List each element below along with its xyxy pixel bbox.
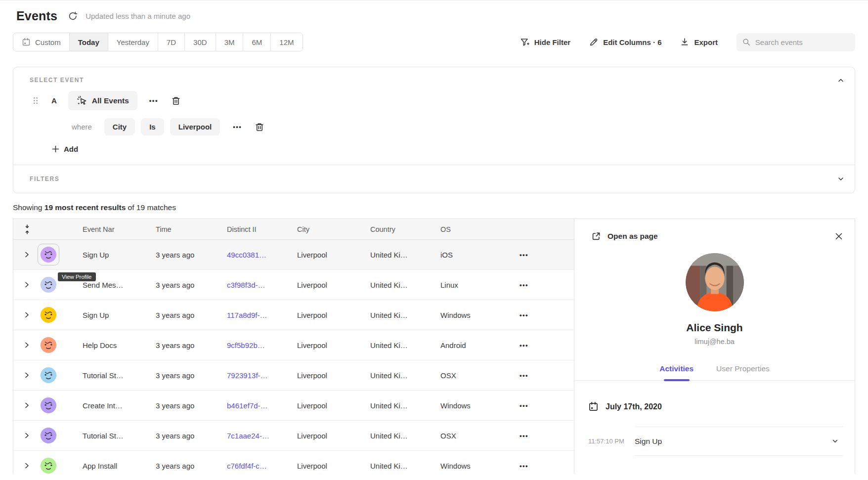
search-events-box: [737, 33, 855, 51]
export-button[interactable]: Export: [680, 38, 718, 46]
row-more-menu[interactable]: •••: [518, 460, 530, 472]
table-header-row: Event Nar Time Distinct II City Country …: [13, 219, 574, 240]
date-tab-custom[interactable]: Custom: [13, 33, 70, 51]
row-expand-button[interactable]: [13, 300, 40, 330]
close-panel-button[interactable]: [835, 232, 843, 240]
filter-icon: [520, 38, 529, 47]
date-tab-3m[interactable]: 3M: [216, 33, 244, 51]
table-row[interactable]: Sign Up 3 years ago 117a8d9f-… Liverpool…: [13, 300, 574, 330]
row-more-menu[interactable]: •••: [518, 279, 530, 291]
header-os[interactable]: OS: [439, 225, 504, 233]
header-distinct-id[interactable]: Distinct II: [226, 225, 296, 233]
user-avatar[interactable]: [40, 457, 57, 474]
date-tab-yesterday[interactable]: Yesterday: [108, 33, 158, 51]
row-expand-button[interactable]: [13, 330, 40, 360]
table-row[interactable]: Tutorial St… 3 years ago 7c1aae24-… Live…: [13, 421, 574, 451]
user-avatar[interactable]: [40, 337, 57, 353]
date-tab-30d[interactable]: 30D: [185, 33, 216, 51]
date-tab-12m[interactable]: 12M: [271, 33, 302, 51]
header-city[interactable]: City: [296, 225, 369, 233]
collapse-panel-button[interactable]: [837, 76, 845, 84]
filters-bar[interactable]: FILTERS: [13, 165, 855, 193]
tab-activities[interactable]: Activities: [659, 364, 694, 373]
drag-handle-icon[interactable]: [33, 97, 38, 104]
chevron-right-icon: [24, 462, 30, 469]
calendar-icon: [22, 38, 31, 46]
activity-event-name: Sign Up: [635, 437, 662, 446]
row-more-menu[interactable]: •••: [518, 400, 530, 411]
row-more-menu[interactable]: •••: [518, 430, 530, 441]
table-row[interactable]: View Profile Send Mes… 3 years ago c3f98…: [13, 270, 574, 300]
where-operator-chip[interactable]: Is: [141, 118, 164, 135]
table-row[interactable]: Sign Up 3 years ago 49cc0381… Liverpool …: [13, 240, 574, 270]
date-tab-today[interactable]: Today: [70, 33, 108, 51]
table-row[interactable]: App Install 3 years ago c76fdf4f-c… Live…: [13, 451, 574, 474]
cell-distinct-id-link[interactable]: 49cc0381…: [226, 251, 296, 259]
cell-event-name: Sign Up: [82, 251, 155, 259]
table-row[interactable]: Create Int… 3 years ago b461ef7d-… Liver…: [13, 391, 574, 421]
row-more-menu[interactable]: •••: [518, 340, 530, 351]
delete-where-button[interactable]: [255, 122, 264, 132]
cell-distinct-id-link[interactable]: 7c1aae24-…: [226, 432, 296, 440]
cell-distinct-id-link[interactable]: 117a8d9f-…: [226, 311, 296, 319]
profile-photo[interactable]: [686, 253, 744, 311]
activity-time: 11:57:10 PM: [588, 427, 635, 456]
cell-city: Liverpool: [296, 251, 369, 259]
row-expand-button[interactable]: [13, 391, 40, 420]
avatar-hover-box[interactable]: [38, 244, 59, 265]
search-events-input[interactable]: [755, 38, 849, 46]
date-tab-7d[interactable]: 7D: [158, 33, 185, 51]
open-as-page-button[interactable]: Open as page: [591, 231, 658, 241]
edit-columns-button[interactable]: Edit Columns · 6: [589, 38, 661, 46]
date-tab-6m[interactable]: 6M: [243, 33, 271, 51]
row-more-menu[interactable]: •••: [518, 370, 530, 381]
row-expand-button[interactable]: [13, 240, 40, 269]
where-more-menu[interactable]: •••: [231, 121, 244, 132]
cell-distinct-id-link[interactable]: c3f98f3d-…: [226, 281, 296, 289]
row-expand-button[interactable]: [13, 360, 40, 390]
user-avatar[interactable]: [40, 246, 57, 263]
cell-event-name: Tutorial St…: [82, 432, 155, 440]
where-property-chip[interactable]: City: [104, 118, 135, 135]
row-more-menu[interactable]: •••: [518, 309, 530, 321]
expand-filters-button[interactable]: [837, 175, 845, 183]
query-builder-panel: SELECT EVENT A All Events •••: [13, 67, 855, 193]
event-pointer-icon: [77, 95, 87, 106]
row-expand-button[interactable]: [13, 270, 40, 300]
user-avatar[interactable]: [40, 427, 57, 444]
event-more-menu[interactable]: •••: [147, 95, 160, 106]
user-avatar[interactable]: [40, 397, 57, 414]
user-avatar[interactable]: [40, 276, 57, 293]
refresh-button[interactable]: [68, 11, 78, 21]
activity-event-toggle[interactable]: Sign Up: [635, 427, 843, 456]
header-time[interactable]: Time: [155, 225, 226, 233]
chevron-right-icon: [24, 342, 30, 349]
collapse-rows-icon[interactable]: [13, 224, 40, 234]
header-country[interactable]: Country: [369, 225, 439, 233]
avatar-cell: [40, 451, 82, 474]
header-event-name[interactable]: Event Nar: [82, 225, 155, 233]
cell-distinct-id-link[interactable]: b461ef7d-…: [226, 401, 296, 410]
cell-time: 3 years ago: [155, 341, 226, 349]
user-avatar[interactable]: [40, 367, 57, 384]
all-events-selector[interactable]: All Events: [68, 91, 137, 110]
table-row[interactable]: Tutorial St… 3 years ago 7923913f-… Live…: [13, 360, 574, 391]
content-area: Event Nar Time Distinct II City Country …: [13, 218, 855, 474]
cell-distinct-id-link[interactable]: 9cf5b92b…: [226, 341, 296, 349]
row-more-menu[interactable]: •••: [518, 249, 530, 261]
hide-filter-button[interactable]: Hide Filter: [520, 38, 570, 47]
cell-country: United Ki…: [369, 432, 439, 440]
table-row[interactable]: Help Docs 3 years ago 9cf5b92b… Liverpoo…: [13, 330, 574, 360]
row-expand-button[interactable]: [13, 421, 40, 450]
tab-user-properties[interactable]: User Properties: [716, 364, 770, 373]
avatar-cell: [40, 300, 82, 330]
delete-event-button[interactable]: [171, 96, 181, 106]
avatar-cell: [40, 360, 82, 390]
row-expand-button[interactable]: [13, 451, 40, 474]
where-value-chip[interactable]: Liverpool: [170, 118, 220, 135]
user-avatar[interactable]: [40, 306, 57, 323]
cell-distinct-id-link[interactable]: 7923913f-…: [226, 371, 296, 380]
cell-distinct-id-link[interactable]: c76fdf4f-c…: [226, 462, 296, 470]
add-event-button[interactable]: Add: [52, 145, 78, 153]
activity-date-row: July 17th, 2020: [588, 401, 841, 412]
